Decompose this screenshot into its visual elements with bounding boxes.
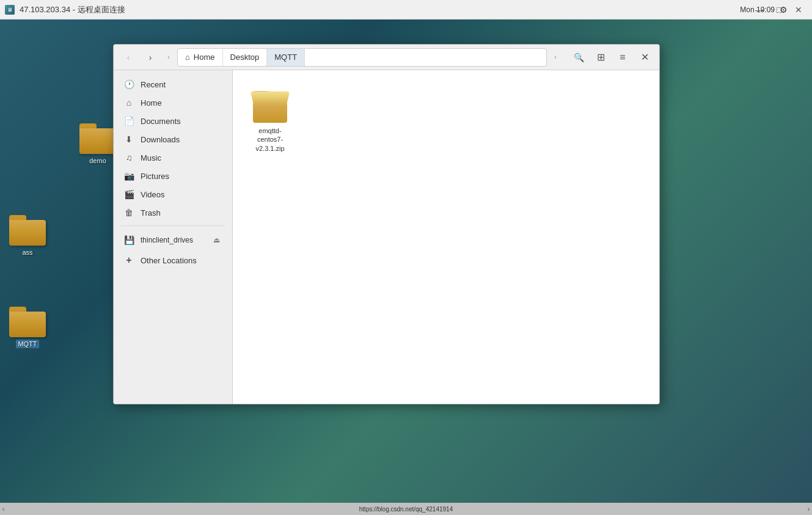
fm-body: 🕐 Recent ⌂ Home 📄 Documents ⬇ Downloads … bbox=[114, 70, 659, 404]
breadcrumb-right-arrow[interactable]: › bbox=[549, 45, 561, 70]
sidebar-label-downloads: Downloads bbox=[141, 135, 180, 144]
close-icon: ✕ bbox=[641, 51, 649, 63]
pictures-icon: 📷 bbox=[123, 171, 134, 181]
eject-button[interactable]: ⏏ bbox=[210, 234, 222, 246]
back-button[interactable]: ‹ bbox=[119, 48, 138, 67]
file-item-emqttd[interactable]: emqttd-centos7-v2.3.1.zip bbox=[243, 80, 298, 159]
desktop: demo ass MQTT ‹ › ‹ ⌂ Home bbox=[0, 20, 812, 515]
sidebar-item-recent[interactable]: 🕐 Recent bbox=[116, 75, 230, 93]
breadcrumb-bar: ⌂ Home Desktop MQTT bbox=[177, 48, 547, 67]
sidebar-label-videos: Videos bbox=[141, 190, 165, 199]
search-button[interactable]: 🔍 bbox=[569, 48, 588, 67]
folder-icon-demo bbox=[79, 123, 116, 154]
sidebar-label-home: Home bbox=[141, 98, 162, 108]
desktop-icon-label-demo: demo bbox=[87, 156, 108, 165]
taskbar-right-arrow[interactable]: › bbox=[808, 506, 810, 513]
fm-sidebar: 🕐 Recent ⌂ Home 📄 Documents ⬇ Downloads … bbox=[114, 70, 233, 404]
desktop-icon-label-mqtt: MQTT bbox=[16, 340, 38, 348]
home-sidebar-icon: ⌂ bbox=[123, 98, 134, 108]
app-icon: 🖥 bbox=[5, 5, 15, 15]
sidebar-item-trash[interactable]: 🗑 Trash bbox=[116, 203, 230, 222]
drive-icon: 💾 bbox=[123, 235, 134, 245]
sidebar-item-documents[interactable]: 📄 Documents bbox=[116, 112, 230, 130]
breadcrumb-left-arrow[interactable]: ‹ bbox=[163, 45, 175, 70]
forward-button[interactable]: › bbox=[141, 48, 160, 67]
breadcrumb-desktop[interactable]: Desktop bbox=[223, 49, 268, 66]
sidebar-item-music[interactable]: ♫ Music bbox=[116, 148, 230, 167]
window-title: 47.103.203.34 - 远程桌面连接 bbox=[20, 4, 751, 15]
sidebar-separator bbox=[121, 225, 225, 226]
list-view-button[interactable]: ≡ bbox=[613, 48, 632, 67]
taskbar-url: https://blog.csdn.net/qq_42141914 bbox=[359, 506, 453, 513]
sidebar-item-other-locations[interactable]: + Other Locations bbox=[116, 250, 230, 270]
desktop-icon-ass[interactable]: ass bbox=[3, 215, 52, 257]
sidebar-label-thinclient: thinclient_drives bbox=[141, 236, 193, 244]
sidebar-label-other-locations: Other Locations bbox=[141, 256, 197, 265]
breadcrumb-home[interactable]: ⌂ Home bbox=[178, 49, 223, 66]
desktop-icon-mqtt[interactable]: MQTT bbox=[3, 307, 52, 348]
sidebar-item-home[interactable]: ⌂ Home bbox=[116, 93, 230, 112]
fm-toolbar: ‹ › ‹ ⌂ Home Desktop MQTT › 🔍 bbox=[114, 45, 659, 70]
folder-icon-mqtt bbox=[9, 307, 46, 337]
sidebar-label-trash: Trash bbox=[141, 208, 161, 217]
folder-icon-ass bbox=[9, 215, 46, 246]
sidebar-item-downloads[interactable]: ⬇ Downloads bbox=[116, 130, 230, 148]
breadcrumb-mqtt-label: MQTT bbox=[274, 53, 297, 62]
other-locations-icon: + bbox=[123, 255, 134, 266]
sidebar-label-recent: Recent bbox=[141, 80, 166, 89]
sidebar-item-videos[interactable]: 🎬 Videos bbox=[116, 185, 230, 203]
title-bar: 🖥 47.103.203.34 - 远程桌面连接 Mon 19:09 ⚙ — □… bbox=[0, 0, 812, 20]
datetime: Mon 19:09 bbox=[740, 5, 775, 14]
grid-view-button[interactable]: ⊞ bbox=[591, 48, 610, 67]
sidebar-label-music: Music bbox=[141, 153, 161, 163]
breadcrumb-mqtt[interactable]: MQTT bbox=[267, 49, 305, 66]
search-icon: 🔍 bbox=[574, 53, 584, 62]
grid-view-icon: ⊞ bbox=[597, 51, 605, 63]
bottom-taskbar: ‹ https://blog.csdn.net/qq_42141914 › bbox=[0, 503, 812, 515]
sidebar-label-pictures: Pictures bbox=[141, 172, 169, 181]
list-view-icon: ≡ bbox=[620, 52, 625, 63]
music-icon: ♫ bbox=[123, 153, 134, 163]
fm-close-button[interactable]: ✕ bbox=[635, 48, 654, 67]
desktop-icon-label-ass: ass bbox=[20, 248, 34, 257]
file-grid: emqttd-centos7-v2.3.1.zip bbox=[243, 80, 649, 159]
settings-icon[interactable]: ⚙ bbox=[780, 5, 788, 15]
fm-files-area: emqttd-centos7-v2.3.1.zip bbox=[233, 70, 659, 404]
taskbar-left-arrow[interactable]: ‹ bbox=[2, 506, 4, 513]
fm-toolbar-right: 🔍 ⊞ ≡ ✕ bbox=[569, 48, 654, 67]
zip-file-icon bbox=[253, 86, 287, 123]
documents-icon: 📄 bbox=[123, 116, 134, 126]
downloads-icon: ⬇ bbox=[123, 134, 134, 144]
sidebar-item-thinclient[interactable]: 💾 thinclient_drives ⏏ bbox=[116, 230, 230, 250]
sidebar-item-pictures[interactable]: 📷 Pictures bbox=[116, 167, 230, 185]
trash-icon: 🗑 bbox=[123, 208, 134, 217]
file-name-emqttd: emqttd-centos7-v2.3.1.zip bbox=[246, 126, 294, 153]
window-close-button[interactable]: ✕ bbox=[790, 3, 807, 16]
home-icon: ⌂ bbox=[185, 53, 190, 62]
videos-icon: 🎬 bbox=[123, 189, 134, 199]
file-manager-window: ‹ › ‹ ⌂ Home Desktop MQTT › 🔍 bbox=[113, 44, 660, 404]
recent-icon: 🕐 bbox=[123, 79, 134, 89]
status-bar: Mon 19:09 ⚙ bbox=[740, 0, 788, 20]
breadcrumb-home-label: Home bbox=[194, 53, 215, 62]
breadcrumb-desktop-label: Desktop bbox=[230, 53, 260, 62]
sidebar-label-documents: Documents bbox=[141, 117, 181, 126]
